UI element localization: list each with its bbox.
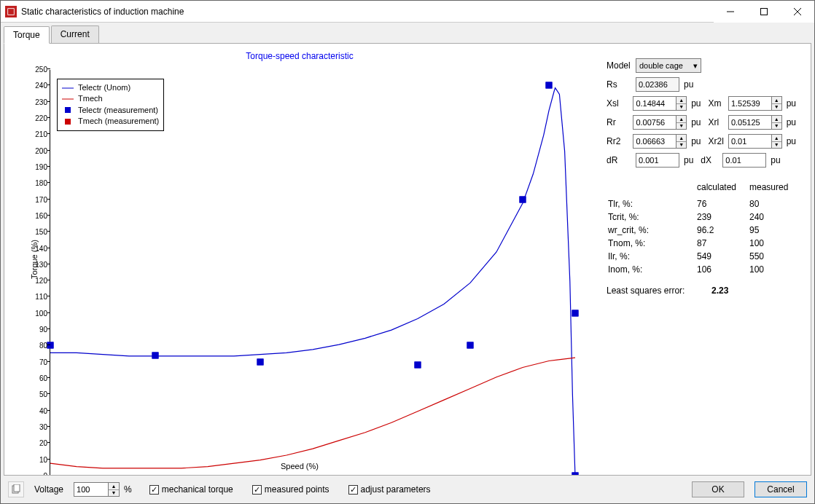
result-calc: 96.2 [697,224,748,236]
result-meas: 240 [749,211,794,223]
unit-label: pu [771,155,780,165]
legend-label: Telectr (Unom) [78,82,130,93]
result-meas: 100 [749,237,794,249]
unit-label: pu [787,117,796,127]
param-label: dX [701,155,722,165]
unit-label: pu [691,117,701,127]
close-button[interactable] [781,1,814,23]
x-axis-label: Speed (%) [281,462,319,470]
data-point [546,82,553,89]
y-tick-label: 70 [39,358,47,366]
title-bar: Static characteristics of induction mach… [1,1,814,23]
maximize-button[interactable] [747,1,781,23]
legend-label: Tmech (measurement) [78,116,159,127]
param-input-dr[interactable] [636,153,679,168]
data-point [467,342,474,349]
y-tick-label: 210 [35,130,47,138]
param-label: Xm [709,98,728,109]
chart-title: Torque-speed characteristic [7,51,592,61]
y-tick-label: 60 [39,374,47,382]
result-label: Ilr, %: [608,251,695,262]
y-tick-label: 110 [35,293,47,301]
unit-label: pu [787,136,796,146]
tab-current[interactable]: Current [51,25,99,43]
ok-button[interactable]: OK [692,481,744,497]
checkbox-measured-points[interactable]: measured points [252,484,329,495]
param-label: Rr2 [607,136,633,146]
checkbox-adjust-parameters[interactable]: adjust parameters [348,484,431,495]
param-input-dx[interactable] [722,153,766,168]
legend-label: Telectr (measurement) [78,105,158,116]
model-dropdown[interactable]: double cage ▾ [636,58,701,73]
error-label: Least squares error: [607,286,685,296]
param-input-xsl[interactable] [633,96,676,111]
chevron-down-icon: ▾ [693,61,698,71]
y-tick-label: 180 [35,179,47,187]
y-tick-label: 90 [39,326,47,334]
voltage-spin[interactable]: ▲▼ [109,482,120,497]
tab-strip: Torque Current [1,23,814,43]
checkbox-mechanical-torque[interactable]: mechanical torque [149,484,233,495]
results-header: measured [749,182,794,197]
result-meas: 95 [749,224,794,236]
param-spin[interactable]: ▲▼ [772,134,782,149]
result-calc: 239 [697,211,748,223]
data-point [257,358,264,365]
svg-rect-2 [761,8,768,15]
checkbox-label: measured points [265,484,329,495]
copy-icon[interactable] [8,481,24,497]
y-tick-label: 20 [39,439,47,447]
param-input-rr[interactable] [633,115,676,130]
side-panel: Model double cage ▾ RspuXsl▲▼puXm▲▼puRr▲… [595,44,811,475]
result-meas: 100 [749,264,794,275]
param-label: Xrl [709,117,728,127]
legend-item: Telectr (measurement) [62,105,159,116]
result-label: Tcrit, %: [608,211,695,223]
result-meas: 80 [749,198,794,210]
result-calc: 87 [697,237,748,249]
param-spin[interactable]: ▲▼ [772,115,782,130]
voltage-label: Voltage [34,484,63,495]
svg-rect-8 [65,119,71,125]
result-meas: 550 [749,251,794,262]
y-tick-label: 50 [39,390,47,398]
legend-label: Tmech [78,93,103,104]
param-spin[interactable]: ▲▼ [676,96,687,111]
param-input-rs[interactable] [636,77,679,92]
tab-content: Torque-speed characteristic 010203040506… [4,43,811,476]
bottom-bar: Voltage ▲▼ % mechanical torquemeasured p… [1,476,814,503]
checkbox-label: adjust parameters [361,484,431,495]
checkbox-icon [149,485,159,495]
cancel-button[interactable]: Cancel [754,481,807,497]
voltage-input[interactable] [74,482,109,497]
param-label: Rs [607,79,636,90]
y-tick-label: 170 [35,195,47,203]
legend-item: Tmech [62,93,159,104]
param-input-xr2l[interactable] [728,134,772,149]
checkbox-label: mechanical torque [162,484,233,495]
result-label: Tnom, %: [608,237,695,249]
unit-label: pu [691,136,701,146]
param-label: Xr2l [709,136,728,146]
param-label: Rr [607,117,633,127]
param-spin[interactable]: ▲▼ [772,96,782,111]
chart-area: Torque-speed characteristic 010203040506… [4,44,595,475]
minimize-button[interactable] [714,1,747,23]
y-tick-label: 150 [35,228,47,236]
checkbox-icon [348,485,358,495]
param-spin[interactable]: ▲▼ [676,134,687,149]
param-spin[interactable]: ▲▼ [676,115,687,130]
y-tick-label: 240 [35,82,47,90]
param-input-xrl[interactable] [728,115,772,130]
y-tick-label: 80 [39,342,47,350]
tab-torque[interactable]: Torque [4,26,50,44]
param-input-rr2[interactable] [633,134,676,149]
param-input-xm[interactable] [728,96,772,111]
data-point [520,196,526,202]
unit-label: pu [787,98,796,109]
unit-label: pu [684,155,693,165]
model-label: Model [607,60,636,71]
result-calc: 549 [697,251,748,262]
unit-label: pu [691,98,701,109]
y-tick-label: 100 [35,309,47,317]
